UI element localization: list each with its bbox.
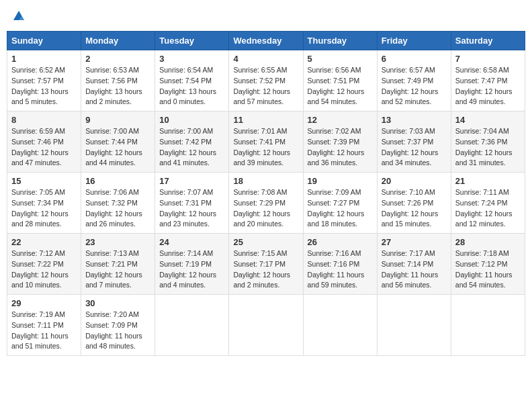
day-info: Sunrise: 7:02 AMSunset: 7:39 PMDaylight:… — [308, 126, 373, 169]
calendar-header-row: SundayMondayTuesdayWednesdayThursdayFrid… — [7, 32, 525, 50]
calendar-header-cell: Friday — [377, 32, 451, 50]
day-info: Sunrise: 6:55 AMSunset: 7:52 PMDaylight:… — [233, 65, 298, 107]
calendar-day-cell: 17Sunrise: 7:07 AMSunset: 7:31 PMDayligh… — [155, 173, 229, 234]
day-number: 3 — [159, 54, 224, 64]
day-number: 19 — [308, 176, 373, 186]
day-info: Sunrise: 7:06 AMSunset: 7:32 PMDaylight:… — [85, 187, 150, 230]
logo-icon — [12, 9, 26, 23]
day-info: Sunrise: 7:04 AMSunset: 7:36 PMDaylight:… — [455, 126, 521, 169]
calendar-day-cell: 16Sunrise: 7:06 AMSunset: 7:32 PMDayligh… — [81, 173, 155, 234]
calendar-day-cell: 7Sunrise: 6:58 AMSunset: 7:47 PMDaylight… — [451, 50, 525, 111]
day-number: 18 — [233, 176, 298, 186]
day-number: 11 — [233, 115, 298, 125]
calendar-day-cell — [303, 295, 377, 356]
calendar-day-cell: 29Sunrise: 7:19 AMSunset: 7:11 PMDayligh… — [7, 295, 81, 356]
day-number: 10 — [159, 115, 224, 125]
day-info: Sunrise: 7:09 AMSunset: 7:27 PMDaylight:… — [308, 187, 373, 230]
calendar-week-row: 29Sunrise: 7:19 AMSunset: 7:11 PMDayligh… — [7, 295, 525, 356]
calendar-header-cell: Wednesday — [229, 32, 303, 50]
day-info: Sunrise: 7:10 AMSunset: 7:26 PMDaylight:… — [382, 187, 447, 230]
calendar-day-cell — [229, 295, 303, 356]
calendar-day-cell: 25Sunrise: 7:15 AMSunset: 7:17 PMDayligh… — [229, 234, 303, 295]
calendar-day-cell: 18Sunrise: 7:08 AMSunset: 7:29 PMDayligh… — [229, 173, 303, 234]
calendar-day-cell: 28Sunrise: 7:18 AMSunset: 7:12 PMDayligh… — [451, 234, 525, 295]
calendar-day-cell: 24Sunrise: 7:14 AMSunset: 7:19 PMDayligh… — [155, 234, 229, 295]
calendar-day-cell: 12Sunrise: 7:02 AMSunset: 7:39 PMDayligh… — [303, 111, 377, 173]
day-info: Sunrise: 7:01 AMSunset: 7:41 PMDaylight:… — [233, 126, 298, 169]
day-number: 17 — [159, 176, 224, 186]
day-info: Sunrise: 7:13 AMSunset: 7:21 PMDaylight:… — [85, 248, 150, 291]
day-info: Sunrise: 6:53 AMSunset: 7:56 PMDaylight:… — [85, 65, 150, 107]
calendar-header-cell: Saturday — [451, 32, 525, 50]
calendar-day-cell: 5Sunrise: 6:56 AMSunset: 7:51 PMDaylight… — [303, 50, 377, 111]
calendar-day-cell: 15Sunrise: 7:05 AMSunset: 7:34 PMDayligh… — [7, 173, 81, 234]
day-number: 6 — [382, 54, 447, 64]
calendar-day-cell: 9Sunrise: 7:00 AMSunset: 7:44 PMDaylight… — [81, 111, 155, 173]
calendar-day-cell: 4Sunrise: 6:55 AMSunset: 7:52 PMDaylight… — [229, 50, 303, 111]
day-number: 13 — [382, 115, 447, 125]
calendar-day-cell: 3Sunrise: 6:54 AMSunset: 7:54 PMDaylight… — [155, 50, 229, 111]
day-number: 1 — [11, 54, 77, 64]
calendar-day-cell: 19Sunrise: 7:09 AMSunset: 7:27 PMDayligh… — [303, 173, 377, 234]
day-number: 29 — [11, 298, 77, 308]
day-info: Sunrise: 6:52 AMSunset: 7:57 PMDaylight:… — [11, 65, 77, 107]
calendar-day-cell: 20Sunrise: 7:10 AMSunset: 7:26 PMDayligh… — [377, 173, 451, 234]
day-info: Sunrise: 6:59 AMSunset: 7:46 PMDaylight:… — [11, 126, 77, 169]
day-number: 15 — [11, 176, 77, 186]
calendar-day-cell: 13Sunrise: 7:03 AMSunset: 7:37 PMDayligh… — [377, 111, 451, 173]
day-number: 23 — [85, 237, 150, 247]
day-info: Sunrise: 7:03 AMSunset: 7:37 PMDaylight:… — [382, 126, 447, 169]
day-info: Sunrise: 7:11 AMSunset: 7:24 PMDaylight:… — [455, 187, 521, 230]
page-header — [7, 7, 525, 26]
day-info: Sunrise: 7:15 AMSunset: 7:17 PMDaylight:… — [233, 248, 298, 291]
calendar-header: SundayMondayTuesdayWednesdayThursdayFrid… — [7, 32, 525, 50]
day-number: 30 — [85, 298, 150, 308]
day-number: 21 — [455, 176, 521, 186]
calendar-week-row: 8Sunrise: 6:59 AMSunset: 7:46 PMDaylight… — [7, 111, 525, 173]
logo — [12, 9, 27, 23]
calendar-day-cell: 26Sunrise: 7:16 AMSunset: 7:16 PMDayligh… — [303, 234, 377, 295]
calendar-table: SundayMondayTuesdayWednesdayThursdayFrid… — [7, 31, 525, 356]
calendar-week-row: 1Sunrise: 6:52 AMSunset: 7:57 PMDaylight… — [7, 50, 525, 111]
day-info: Sunrise: 7:18 AMSunset: 7:12 PMDaylight:… — [455, 248, 521, 291]
day-number: 8 — [11, 115, 77, 125]
calendar-week-row: 15Sunrise: 7:05 AMSunset: 7:34 PMDayligh… — [7, 173, 525, 234]
day-info: Sunrise: 7:12 AMSunset: 7:22 PMDaylight:… — [11, 248, 77, 291]
day-info: Sunrise: 6:56 AMSunset: 7:51 PMDaylight:… — [308, 65, 373, 107]
day-info: Sunrise: 7:05 AMSunset: 7:34 PMDaylight:… — [11, 187, 77, 230]
day-number: 9 — [85, 115, 150, 125]
calendar-body: 1Sunrise: 6:52 AMSunset: 7:57 PMDaylight… — [7, 50, 525, 356]
day-number: 12 — [308, 115, 373, 125]
calendar-day-cell — [377, 295, 451, 356]
calendar-day-cell: 11Sunrise: 7:01 AMSunset: 7:41 PMDayligh… — [229, 111, 303, 173]
day-number: 25 — [233, 237, 298, 247]
day-info: Sunrise: 7:00 AMSunset: 7:42 PMDaylight:… — [159, 126, 224, 169]
calendar-header-cell: Thursday — [303, 32, 377, 50]
day-number: 4 — [233, 54, 298, 64]
day-info: Sunrise: 7:00 AMSunset: 7:44 PMDaylight:… — [85, 126, 150, 169]
day-number: 5 — [308, 54, 373, 64]
calendar-day-cell: 22Sunrise: 7:12 AMSunset: 7:22 PMDayligh… — [7, 234, 81, 295]
calendar-day-cell: 21Sunrise: 7:11 AMSunset: 7:24 PMDayligh… — [451, 173, 525, 234]
day-number: 24 — [159, 237, 224, 247]
calendar-day-cell: 10Sunrise: 7:00 AMSunset: 7:42 PMDayligh… — [155, 111, 229, 173]
calendar-day-cell: 14Sunrise: 7:04 AMSunset: 7:36 PMDayligh… — [451, 111, 525, 173]
day-info: Sunrise: 7:16 AMSunset: 7:16 PMDaylight:… — [308, 248, 373, 291]
calendar-header-cell: Tuesday — [155, 32, 229, 50]
day-number: 26 — [308, 237, 373, 247]
day-info: Sunrise: 7:20 AMSunset: 7:09 PMDaylight:… — [85, 310, 150, 352]
calendar-day-cell: 8Sunrise: 6:59 AMSunset: 7:46 PMDaylight… — [7, 111, 81, 173]
calendar-week-row: 22Sunrise: 7:12 AMSunset: 7:22 PMDayligh… — [7, 234, 525, 295]
calendar-header-cell: Sunday — [7, 32, 81, 50]
calendar-day-cell: 23Sunrise: 7:13 AMSunset: 7:21 PMDayligh… — [81, 234, 155, 295]
day-info: Sunrise: 7:17 AMSunset: 7:14 PMDaylight:… — [382, 248, 447, 291]
day-number: 22 — [11, 237, 77, 247]
calendar-day-cell: 27Sunrise: 7:17 AMSunset: 7:14 PMDayligh… — [377, 234, 451, 295]
day-info: Sunrise: 7:14 AMSunset: 7:19 PMDaylight:… — [159, 248, 224, 291]
day-info: Sunrise: 6:58 AMSunset: 7:47 PMDaylight:… — [455, 65, 521, 107]
calendar-header-cell: Monday — [81, 32, 155, 50]
calendar-day-cell: 2Sunrise: 6:53 AMSunset: 7:56 PMDaylight… — [81, 50, 155, 111]
day-info: Sunrise: 6:57 AMSunset: 7:49 PMDaylight:… — [382, 65, 447, 107]
calendar-day-cell: 1Sunrise: 6:52 AMSunset: 7:57 PMDaylight… — [7, 50, 81, 111]
day-number: 2 — [85, 54, 150, 64]
